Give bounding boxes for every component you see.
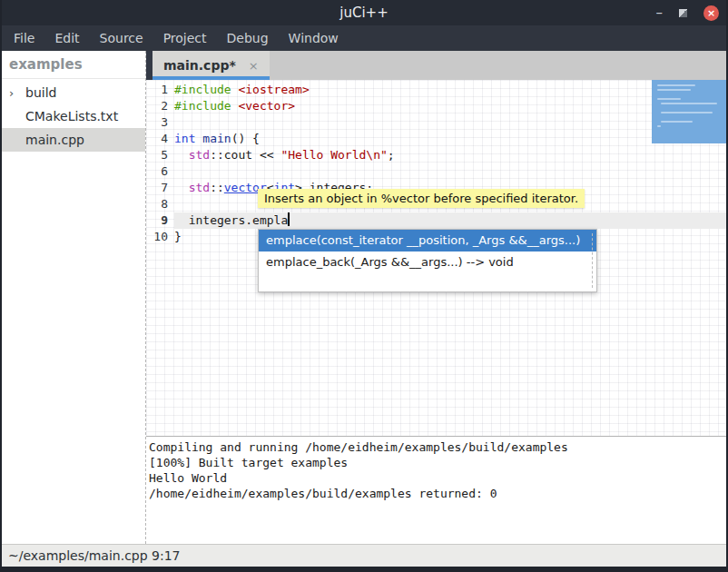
tabbar-left-edge <box>146 51 152 80</box>
code-token: std <box>189 148 210 162</box>
code-text: std::cout << "Hello World\n"; <box>174 147 726 163</box>
code-text <box>174 114 726 131</box>
code-token: int <box>174 132 195 145</box>
doc-tooltip: Inserts an object in %vector before spec… <box>258 189 585 208</box>
terminal-line: [100%] Built target examples <box>149 455 726 470</box>
menu-item-source[interactable]: Source <box>90 25 153 51</box>
text-cursor <box>288 212 290 226</box>
completion-item[interactable]: emplace_back(_Args &&__args...) --> void <box>259 251 596 273</box>
code-token: } <box>174 230 182 243</box>
completion-item[interactable]: emplace(const_iterator __position, _Args… <box>259 230 596 251</box>
tab-close-icon[interactable]: × <box>249 59 259 73</box>
minimize-icon[interactable]: – <box>656 0 664 25</box>
code-token: #include <box>174 83 238 96</box>
tab-bar: main.cpp* × <box>146 51 726 80</box>
line-number: 4 <box>146 131 174 147</box>
status-file-position: ~/examples/main.cpp 9:17 <box>8 548 181 563</box>
minimap-line <box>661 112 713 113</box>
content-area: main.cpp* × 1#include <iostream>2#includ… <box>146 51 726 544</box>
title-bar: juCi++ – × <box>2 0 726 25</box>
sidebar-item-main-cpp[interactable]: main.cpp <box>2 128 145 152</box>
code-line-4: 4int main() { <box>146 131 726 147</box>
tab-label: main.cpp* <box>163 58 236 73</box>
code-line-3: 3 <box>146 114 726 131</box>
code-token: ::cout << <box>210 148 280 162</box>
minimap-line <box>657 98 681 100</box>
line-number: 10 <box>146 229 174 245</box>
autocomplete-popup: emplace(const_iterator __position, _Args… <box>258 229 597 292</box>
code-token: integers.empla <box>174 213 288 227</box>
chevron-right-icon[interactable]: › <box>9 86 25 100</box>
code-line-9: 9 integers.empla <box>146 212 726 229</box>
tree-item-label: build <box>25 85 56 100</box>
line-number: 3 <box>146 114 174 131</box>
tree-item-label: main.cpp <box>25 133 84 147</box>
code-line-5: 5 std::cout << "Hello World\n"; <box>146 147 726 163</box>
minimap-line <box>661 103 717 104</box>
code-token: <vector> <box>238 99 295 113</box>
main-area: examples ›buildCMakeLists.txtmain.cpp ma… <box>2 51 726 544</box>
code-token: #include <box>174 99 238 113</box>
terminal-line: /home/eidheim/examples/build/examples re… <box>149 486 726 501</box>
tree-item-label: CMakeLists.txt <box>25 109 118 123</box>
line-number: 7 <box>146 180 174 196</box>
code-token: main <box>202 132 231 145</box>
line-number: 1 <box>146 82 174 98</box>
code-text: integers.empla <box>174 212 726 229</box>
code-text: #include <iostream> <box>174 82 726 98</box>
line-number: 2 <box>146 98 174 114</box>
window-bottom-edge <box>2 567 726 572</box>
code-token: std <box>189 181 210 194</box>
minimap-line <box>657 84 695 86</box>
code-token: "Hello World\n" <box>280 148 387 162</box>
code-line-6: 6 <box>146 163 726 180</box>
app-window: juCi++ – × FileEditSourceProjectDebugWin… <box>0 0 728 572</box>
line-number: 6 <box>146 163 174 180</box>
terminal-line: Compiling and running /home/eidheim/exam… <box>149 439 726 455</box>
line-number: 8 <box>146 196 174 212</box>
code-line-1: 1#include <iostream> <box>146 82 726 98</box>
status-bar: ~/examples/main.cpp 9:17 <box>2 544 726 567</box>
minimap-line <box>657 89 691 91</box>
sidebar-item-build[interactable]: ›build <box>2 81 145 104</box>
menu-item-debug[interactable]: Debug <box>217 25 279 51</box>
code-token <box>174 181 189 194</box>
file-tree: ›buildCMakeLists.txtmain.cpp <box>2 79 145 152</box>
popup-scrollbar[interactable] <box>592 233 593 288</box>
sidebar-header: examples <box>2 51 145 79</box>
window-title: juCi++ <box>2 0 726 25</box>
code-editor[interactable]: 1#include <iostream>2#include <vector>34… <box>146 80 726 436</box>
line-number: 9 <box>146 212 174 229</box>
tab-main-cpp[interactable]: main.cpp* × <box>152 51 270 80</box>
code-text: #include <vector> <box>174 98 726 114</box>
autocomplete-list: emplace(const_iterator __position, _Args… <box>259 230 596 273</box>
terminal-line: Hello World <box>149 470 726 486</box>
build-output-terminal[interactable]: Compiling and running /home/eidheim/exam… <box>146 436 726 544</box>
menu-item-edit[interactable]: Edit <box>44 25 89 51</box>
window-controls: – × <box>656 0 720 25</box>
code-token: ; <box>388 148 395 162</box>
code-token <box>174 148 189 162</box>
menu-item-window[interactable]: Window <box>279 25 349 51</box>
code-text <box>174 163 726 180</box>
menu-item-project[interactable]: Project <box>153 25 217 51</box>
minimap-line <box>661 121 693 123</box>
restore-window-icon[interactable] <box>679 9 687 17</box>
minimap-line <box>657 125 661 127</box>
minimap-overview[interactable] <box>652 80 726 143</box>
code-line-2: 2#include <vector> <box>146 98 726 114</box>
file-sidebar: examples ›buildCMakeLists.txtmain.cpp <box>2 51 146 544</box>
code-area: 1#include <iostream>2#include <vector>34… <box>146 82 726 245</box>
close-icon[interactable]: × <box>703 5 719 21</box>
menu-bar: FileEditSourceProjectDebugWindow <box>2 25 726 51</box>
sidebar-item-cmakelists-txt[interactable]: CMakeLists.txt <box>2 104 145 128</box>
code-token: () { <box>231 132 260 145</box>
code-text: int main() { <box>174 131 726 147</box>
code-token: :: <box>210 181 224 194</box>
menu-item-file[interactable]: File <box>4 25 44 51</box>
line-number: 5 <box>146 147 174 163</box>
code-token: <iostream> <box>238 83 309 96</box>
